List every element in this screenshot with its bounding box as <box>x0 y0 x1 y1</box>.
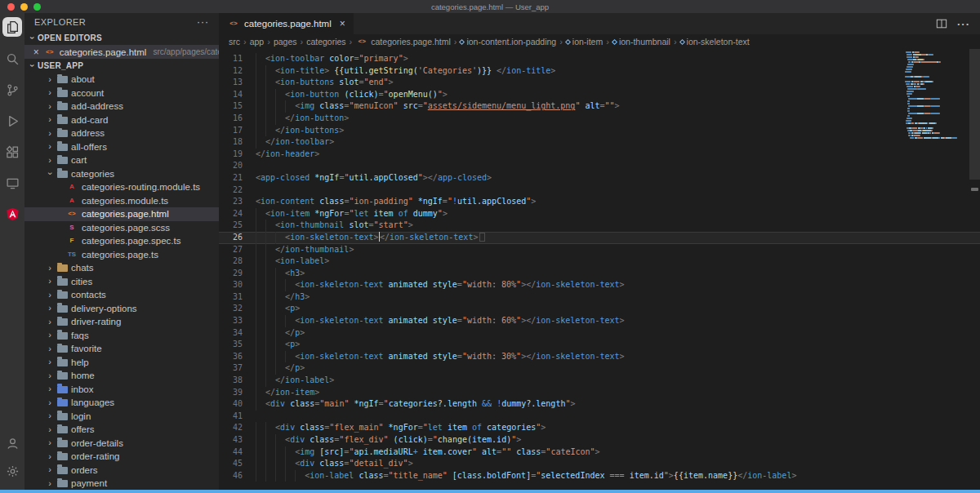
sidebar-actions-icon[interactable]: ··· <box>197 16 209 28</box>
code-line-27[interactable]: 27</ion-thumbnail> <box>219 244 980 256</box>
code-line-36[interactable]: 36<ion-skeleton-text animated style="wid… <box>219 351 980 363</box>
source-control-icon[interactable] <box>2 79 22 100</box>
breadcrumb-item-categories[interactable]: categories <box>306 37 345 47</box>
code-line-17[interactable]: 17</ion-buttons> <box>219 125 980 137</box>
line-number[interactable]: 46 <box>219 470 256 482</box>
code-line-14[interactable]: 14<ion-button (click)="openMenu()"> <box>219 89 980 101</box>
code-line-19[interactable]: 19</ion-header> <box>219 149 980 161</box>
line-number[interactable]: 17 <box>219 125 256 137</box>
more-actions-icon[interactable]: ··· <box>957 18 970 30</box>
line-number[interactable]: 25 <box>219 220 256 232</box>
account-icon[interactable] <box>2 433 22 454</box>
line-number[interactable]: 35 <box>219 339 256 351</box>
tree-folder-chats[interactable]: ›chats <box>24 261 219 275</box>
tree-folder-orders[interactable]: ›orders <box>24 464 219 477</box>
tree-folder-home[interactable]: ›home <box>24 369 219 383</box>
line-number[interactable]: 14 <box>219 89 256 101</box>
tree-folder-languages[interactable]: ›languages <box>24 396 219 410</box>
line-number[interactable]: 33 <box>219 315 256 327</box>
tree-folder-all-offers[interactable]: ›all-offers <box>24 140 219 154</box>
code-line-28[interactable]: 28<ion-label> <box>219 255 980 268</box>
tree-folder-account[interactable]: ›account <box>24 87 219 100</box>
code-line-40[interactable]: 40<div class="main" *ngIf="categories?.l… <box>219 398 980 411</box>
tree-file-categories.module.ts[interactable]: Acategories.module.ts <box>24 194 219 208</box>
code-line-15[interactable]: 15<img class="menuIcon" src="assets/side… <box>219 100 980 113</box>
tree-folder-offers[interactable]: ›offers <box>24 423 219 437</box>
tree-folder-add-card[interactable]: ›add-card <box>24 113 219 127</box>
project-root-header[interactable]: › USER_APP <box>24 59 219 73</box>
tree-folder-inbox[interactable]: ›inbox <box>24 383 219 397</box>
code-line-43[interactable]: 43<div class="flex_div" (click)="change(… <box>219 434 980 446</box>
line-number[interactable]: 11 <box>219 53 256 65</box>
line-number[interactable]: 44 <box>219 446 256 459</box>
open-editors-header[interactable]: › OPEN EDITORS <box>24 31 219 45</box>
code-line-21[interactable]: 21<app-closed *ngIf="util.appClosed"></a… <box>219 172 980 184</box>
code-line-37[interactable]: 37</p> <box>219 362 980 375</box>
line-number[interactable]: 42 <box>219 422 256 434</box>
code-line-12[interactable]: 12<ion-title> {{util.getString('Categori… <box>219 65 980 78</box>
breadcrumb-item-ion-thumbnail[interactable]: ion-thumbnail <box>612 37 670 47</box>
code-line-39[interactable]: 39</ion-item> <box>219 387 980 399</box>
tree-file-categories-routing.module.ts[interactable]: Acategories-routing.module.ts <box>24 180 219 194</box>
tree-folder-about[interactable]: ›about <box>24 73 219 87</box>
tree-file-categories.page.spec.ts[interactable]: Fcategories.page.spec.ts <box>24 234 219 248</box>
breadcrumb-item-pages[interactable]: pages <box>274 37 297 47</box>
remote-window-icon[interactable] <box>2 172 22 193</box>
line-number[interactable]: 30 <box>219 279 256 291</box>
breadcrumb-item-ion-content.ion-padding[interactable]: ion-content.ion-padding <box>460 37 556 47</box>
code-line-44[interactable]: 44<img [src]="api.mediaURL+ item.cover" … <box>219 446 980 459</box>
tree-folder-contacts[interactable]: ›contacts <box>24 288 219 302</box>
line-number[interactable]: 16 <box>219 113 256 125</box>
tree-folder-payment[interactable]: ›payment <box>24 477 219 491</box>
tree-folder-categories[interactable]: ›categories <box>24 167 219 181</box>
minimize-window-button[interactable] <box>20 3 28 11</box>
tree-folder-delivery-options[interactable]: ›delivery-options <box>24 302 219 316</box>
line-number[interactable]: 28 <box>219 255 256 268</box>
code-editor[interactable]: 11<ion-toolbar color="primary">12<ion-ti… <box>219 49 980 493</box>
minimap[interactable] <box>905 51 969 140</box>
line-number[interactable]: 39 <box>219 387 256 399</box>
tab-close-icon[interactable]: × <box>340 18 345 29</box>
tree-folder-cities[interactable]: ›cities <box>24 275 219 289</box>
line-number[interactable]: 15 <box>219 100 256 113</box>
code-line-11[interactable]: 11<ion-toolbar color="primary"> <box>219 53 980 65</box>
line-number[interactable]: 20 <box>219 160 256 172</box>
code-line-41[interactable]: 41 <box>219 411 980 423</box>
code-line-22[interactable]: 22 <box>219 184 980 197</box>
line-number[interactable]: 37 <box>219 362 256 375</box>
line-number[interactable]: 29 <box>219 268 256 280</box>
scrollbar-thumb[interactable] <box>969 49 980 180</box>
extensions-icon[interactable] <box>2 141 22 162</box>
line-number[interactable]: 32 <box>219 303 256 315</box>
maximize-window-button[interactable] <box>33 3 41 11</box>
tree-folder-login[interactable]: ›login <box>24 410 219 424</box>
tree-folder-add-address[interactable]: ›add-address <box>24 100 219 113</box>
code-line-45[interactable]: 45<div class="detail_div"> <box>219 458 980 470</box>
line-number[interactable]: 36 <box>219 351 256 363</box>
tree-folder-order-rating[interactable]: ›order-rating <box>24 450 219 464</box>
code-line-33[interactable]: 33<ion-skeleton-text animated style="wid… <box>219 315 980 327</box>
tree-folder-faqs[interactable]: ›faqs <box>24 329 219 343</box>
code-line-18[interactable]: 18</ion-toolbar> <box>219 136 980 149</box>
code-line-46[interactable]: 46<ion-label class="title_name" [class.b… <box>219 470 980 482</box>
run-debug-icon[interactable] <box>2 110 22 131</box>
code-line-30[interactable]: 30<ion-skeleton-text animated style="wid… <box>219 279 980 291</box>
tab-categories-page-html[interactable]: <> categories.page.html × <box>219 13 354 34</box>
code-line-25[interactable]: 25<ion-thumbnail slot="start"> <box>219 220 980 232</box>
line-number[interactable]: 22 <box>219 184 256 197</box>
line-number[interactable]: 41 <box>219 411 256 423</box>
line-number[interactable]: 38 <box>219 375 256 387</box>
code-line-32[interactable]: 32<p> <box>219 303 980 315</box>
code-line-24[interactable]: 24<ion-item *ngFor="let item of dummy"> <box>219 208 980 220</box>
tree-folder-address[interactable]: ›address <box>24 127 219 140</box>
line-number[interactable]: 19 <box>219 149 256 161</box>
line-number[interactable]: 40 <box>219 398 256 411</box>
tree-folder-cart[interactable]: ›cart <box>24 153 219 167</box>
breadcrumb-item-categories.page.html[interactable]: <>categories.page.html <box>355 37 450 47</box>
line-number[interactable]: 26 <box>219 232 256 244</box>
breadcrumb-item-app[interactable]: app <box>250 37 265 47</box>
code-line-38[interactable]: 38</ion-label> <box>219 375 980 387</box>
line-number[interactable]: 43 <box>219 434 256 446</box>
tree-folder-favorite[interactable]: ›favorite <box>24 342 219 356</box>
tree-file-categories.page.html[interactable]: <>categories.page.html <box>24 207 219 221</box>
